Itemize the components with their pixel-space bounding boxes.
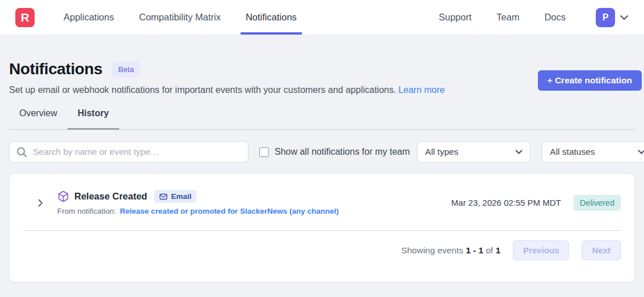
channel-badge-label: Email bbox=[171, 192, 191, 201]
event-row: Release Created Email From notification:… bbox=[10, 174, 634, 230]
tab-overview[interactable]: Overview bbox=[9, 108, 68, 130]
nav-item-notifications[interactable]: Notifications bbox=[241, 0, 302, 35]
search-input[interactable] bbox=[33, 147, 241, 157]
tab-bar: Overview History bbox=[9, 108, 635, 130]
status-badge: Delivered bbox=[574, 195, 621, 211]
type-filter-value: All types bbox=[425, 147, 458, 157]
status-filter-value: All statuses bbox=[550, 147, 595, 157]
chevron-down-icon[interactable] bbox=[620, 15, 629, 20]
pagination-summary: Showing events 1 - 1 of 1 bbox=[401, 245, 500, 256]
description-text: Set up email or webhook notifications fo… bbox=[9, 85, 396, 95]
pagination-bar: Showing events 1 - 1 of 1 Previous Next bbox=[10, 231, 634, 282]
learn-more-link[interactable]: Learn more bbox=[398, 85, 445, 95]
secondary-nav: Support Team Docs P bbox=[419, 0, 629, 35]
event-meta: Mar 23, 2026 02:55 PM MDT Delivered bbox=[451, 195, 621, 211]
nav-item-docs[interactable]: Docs bbox=[539, 10, 571, 25]
event-timestamp: Mar 23, 2026 02:55 PM MDT bbox=[451, 198, 561, 207]
nav-item-applications[interactable]: Applications bbox=[58, 0, 119, 35]
team-notifications-checkbox-label[interactable]: Show all notifications for my team bbox=[275, 147, 410, 157]
chevron-down-icon bbox=[515, 150, 523, 154]
app-logo[interactable]: R bbox=[15, 8, 35, 27]
package-icon bbox=[57, 190, 69, 202]
pagination-of: of bbox=[486, 245, 493, 255]
team-notifications-checkbox[interactable] bbox=[259, 147, 269, 157]
from-notification-label: From notification: bbox=[57, 207, 116, 215]
nav-item-support[interactable]: Support bbox=[433, 10, 477, 25]
event-title-line: Release Created Email bbox=[57, 190, 339, 203]
primary-nav: Applications Compatibility Matrix Notifi… bbox=[58, 0, 317, 35]
type-filter-select[interactable]: All types bbox=[417, 141, 531, 163]
nav-item-team[interactable]: Team bbox=[491, 10, 524, 25]
status-filter-select[interactable]: All statuses bbox=[542, 141, 644, 163]
pagination-total: 1 bbox=[495, 245, 500, 255]
create-notification-button[interactable]: + Create notification bbox=[538, 70, 642, 91]
chevron-down-icon bbox=[638, 150, 644, 154]
event-main: Release Created Email From notification:… bbox=[57, 190, 339, 215]
previous-page-button[interactable]: Previous bbox=[513, 240, 569, 260]
pagination-prefix: Showing events bbox=[401, 245, 463, 255]
event-title: Release Created bbox=[74, 191, 147, 202]
event-subtitle-line: From notification: Release created or pr… bbox=[57, 207, 339, 215]
expand-row-chevron-right-icon[interactable] bbox=[38, 199, 43, 207]
source-notification-link[interactable]: Release created or promoted for SlackerN… bbox=[120, 207, 339, 215]
page-title: Notifications bbox=[9, 60, 102, 78]
events-card: Release Created Email From notification:… bbox=[9, 173, 635, 282]
search-icon bbox=[16, 147, 27, 158]
channel-badge: Email bbox=[154, 190, 196, 203]
nav-item-compatibility-matrix[interactable]: Compatibility Matrix bbox=[134, 0, 226, 35]
filter-toolbar: Show all notifications for my team All t… bbox=[9, 141, 635, 163]
beta-badge: Beta bbox=[112, 62, 140, 77]
top-navbar: R Applications Compatibility Matrix Noti… bbox=[0, 0, 644, 35]
next-page-button[interactable]: Next bbox=[582, 240, 621, 260]
pagination-range: 1 - 1 bbox=[466, 245, 483, 255]
search-box bbox=[9, 141, 249, 163]
envelope-icon bbox=[159, 193, 167, 200]
user-avatar[interactable]: P bbox=[596, 8, 615, 27]
notifications-page: Notifications Beta + Create notification… bbox=[0, 60, 644, 282]
tab-history[interactable]: History bbox=[68, 108, 119, 130]
